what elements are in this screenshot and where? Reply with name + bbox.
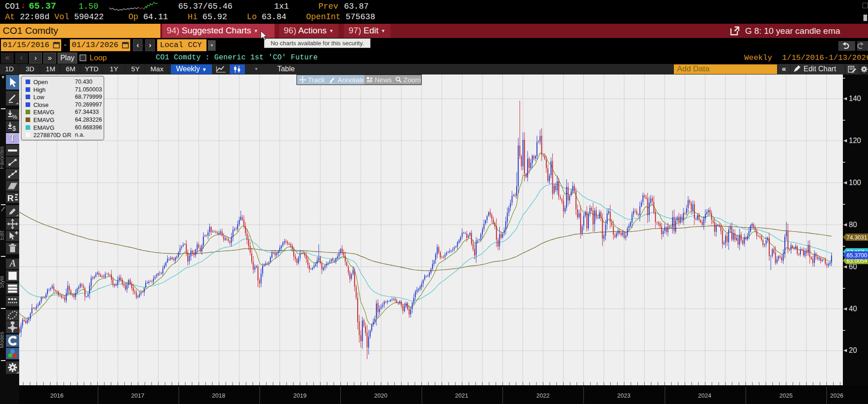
svg-text:$: $ xyxy=(12,125,16,132)
svg-text:R: R xyxy=(7,193,14,203)
svg-text:%: % xyxy=(12,113,17,120)
